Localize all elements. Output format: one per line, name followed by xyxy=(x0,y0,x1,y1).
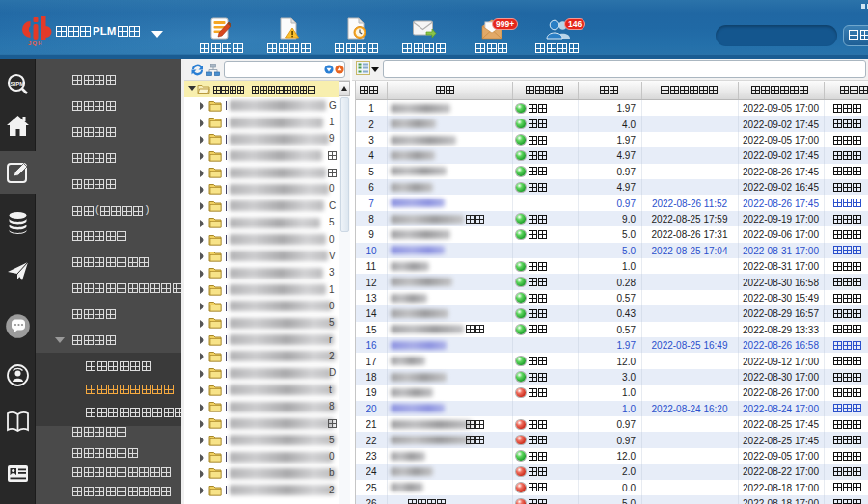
svg-text:SIPM: SIPM xyxy=(11,81,25,87)
svg-text:JQH: JQH xyxy=(28,40,42,46)
